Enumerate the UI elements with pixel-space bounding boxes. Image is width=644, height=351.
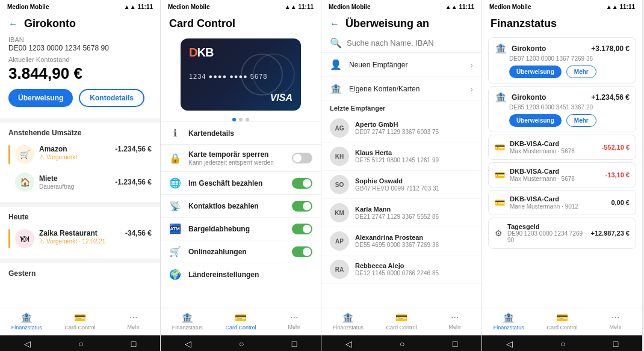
visa-card-1[interactable]: 💳 DKB-VISA-Card Max Mustermann · 5678 -5… [488,135,636,160]
nav-mehr-label-2: Mehr [288,324,300,330]
recent-sys-3[interactable]: □ [453,339,457,349]
recipient-alexandrina[interactable]: AP Alexandrina Prostean DE55 4695 0000 3… [321,227,481,255]
bottom-nav-3: 🏦 Finanzstatus 💳 Card Control ··· Mehr [321,308,481,335]
home-sys-4[interactable]: ○ [560,339,565,349]
geschaeft-toggle[interactable] [292,178,312,189]
back-sys-2[interactable]: ◁ [185,339,191,349]
nav-mehr-2[interactable]: ··· Mehr [267,308,321,335]
transfer-button-1[interactable]: Überweisung [8,89,73,107]
home-sys-1[interactable]: ○ [78,339,83,349]
nav-finanzstatus-1[interactable]: 🏦 Finanzstatus [0,308,54,335]
option-eigene-konten[interactable]: 🏦 Eigene Konten/Karten › [321,77,481,101]
nav-finanzstatus-3[interactable]: 🏦 Finanzstatus [321,308,375,335]
rebbecca-details: Rebbecca Alejo DE12 1145 0000 0766 2246 … [355,262,473,276]
account-card-2: 🏦 Girokonto +1.234,56 € DE85 1203 0000 3… [488,86,636,132]
transfer-acc-2[interactable]: Überweisung [509,114,562,127]
nav-mehr-1[interactable]: ··· Mehr [107,308,160,335]
klaus-details: Klaus Herta DE75 5121 0800 1245 1261 99 [355,149,473,163]
nav-mehr-icon-4: ··· [611,312,619,323]
section-heute: Heute [0,210,160,225]
home-sys-2[interactable]: ○ [239,339,244,349]
tx-amazon[interactable]: 🛒 Amazon ⚠ Vorgemerkt -1.234,56 € [0,141,160,168]
bank-icon-2: 🏦 [495,91,507,103]
option-kontaktlos[interactable]: 📡 Kontaktlos bezahlen [161,194,321,217]
recent-sys-1[interactable]: □ [131,339,136,349]
system-bar-2: ◁ ○ □ [161,335,321,351]
sperren-label: Karte temporär sperren [188,150,285,159]
search-bar[interactable]: 🔍 [321,34,481,53]
transfer-acc-1[interactable]: Überweisung [509,66,562,78]
sperren-toggle[interactable] [292,153,312,163]
account-iban-1: DE07 1203 0000 1367 7269 36 [509,55,630,62]
recipient-sophie[interactable]: SO Sophie Oswald GB47 REVO 0099 7112 703… [321,171,481,199]
chevron-right-icon-2: › [470,84,473,94]
kartendetails-label: Kartendetails [188,129,312,138]
time-3: ▲▲ 11:11 [445,4,474,10]
aperto-iban: DE07 2747 1129 3367 6003 75 [355,129,473,135]
back-sys-3[interactable]: ◁ [345,339,352,349]
visa-card-2[interactable]: 💳 DKB-VISA-Card Max Mustermann · 5678 -1… [488,162,636,188]
option-laender[interactable]: 🌍 Ländereinstellungen [161,263,321,285]
divider-1 [0,118,160,123]
option-online[interactable]: 🛒 Onlinezahlungen [161,240,321,263]
recent-sys-2[interactable]: □ [292,339,297,349]
tx-zaika[interactable]: 🍽 Zaika Restaurant ⚠ Vorgemerkt · 12.02.… [0,225,160,252]
miete-name: Miete [39,174,110,183]
savings-name: Tagesgeld [507,223,586,230]
more-acc-1[interactable]: Mehr [566,66,596,78]
tx-miete[interactable]: 🏠 Miete Dauerauftrag -1.234,56 € [0,168,160,196]
nav-cardcontrol-3[interactable]: 💳 Card Control [375,308,429,335]
iban-value: DE00 1203 0000 1234 5678 90 [8,44,152,52]
avatar-ap: AP [330,231,349,251]
visa-card-3[interactable]: 💳 DKB-VISA-Card Marie Mustermann · 9012 … [488,190,636,215]
back-sys-1[interactable]: ◁ [24,339,31,349]
kontaktlos-toggle[interactable] [292,201,312,212]
account-iban-2: DE85 1203 0000 3451 3367 20 [509,104,630,111]
back-sys-4[interactable]: ◁ [506,339,513,349]
back-button-3[interactable]: ← [330,19,339,29]
nav-cardcontrol-2[interactable]: 💳 Card Control [214,308,268,335]
recent-sys-4[interactable]: □ [613,339,618,349]
home-sys-3[interactable]: ○ [400,339,404,349]
nav-cardcontrol-4[interactable]: 💳 Card Control [536,308,589,335]
neuer-empfanger-label: Neuen Empfänger [349,61,407,69]
nav-mehr-3[interactable]: ··· Mehr [428,308,481,335]
nav-finanzstatus-label-1: Finanzstatus [11,325,42,331]
option-geschaeft[interactable]: 🌐 Im Geschäft bezahlen [161,171,321,194]
recipient-rebbecca[interactable]: RA Rebbecca Alejo DE12 1145 0000 0766 22… [321,255,481,284]
nav-finanzstatus-icon-1: 🏦 [20,312,33,323]
more-acc-2[interactable]: Mehr [566,114,596,127]
sperren-sub: Kann jederzeit entsperrt werden [188,159,285,166]
details-button[interactable]: Kontodetails [79,89,144,107]
nav-finanzstatus-label-4: Finanzstatus [494,325,524,331]
recipient-klaus[interactable]: KH Klaus Herta DE75 5121 0800 1245 1261 … [321,142,481,171]
sophie-details: Sophie Oswald GB47 REVO 0099 7112 703 31 [355,177,473,192]
nav-finanzstatus-2[interactable]: 🏦 Finanzstatus [161,308,214,335]
nav-mehr-icon-2: ··· [290,312,298,323]
savings-item[interactable]: ⚙ Tagesgeld DE90 1203 0000 1234 7269 90 … [488,218,636,249]
recipient-aperto[interactable]: AG Aperto GmbH DE07 2747 1129 3367 6003 … [321,114,481,142]
nav-mehr-4[interactable]: ··· Mehr [589,308,642,335]
bargeld-toggle[interactable] [292,224,312,234]
option-neuer-empfanger[interactable]: 👤 Neuen Empfänger › [321,53,481,77]
bank-icon-1: 🏦 [495,43,507,54]
option-bargeld[interactable]: 🏧 Bargeldabhebung [161,217,321,240]
option-kartendetails[interactable]: ℹ Kartendetails [161,121,321,144]
recipient-karla[interactable]: KM Karla Mann DE21 2747 1129 3367 5552 8… [321,199,481,227]
avatar-ra: RA [330,260,349,279]
divider-gestern [0,258,160,263]
option-sperren[interactable]: 🔒 Karte temporär sperren Kann jederzeit … [161,144,321,171]
bank-icon: 🏦 [330,83,342,94]
visa-sub-3: Marie Mustermann · 9012 [510,203,606,210]
online-toggle[interactable] [292,246,312,257]
back-button-1[interactable]: ← [8,19,18,29]
nav-cardcontrol-1[interactable]: 💳 Card Control [54,308,107,335]
avatar-ag: AG [330,118,349,138]
panel-finanzstatus: Medion Mobile ▲▲ 11:11 Finanzstatus 🏦 Gi… [482,0,643,351]
carrier-4: Medion Mobile [489,4,531,10]
nav-finanzstatus-4[interactable]: 🏦 Finanzstatus [482,308,536,335]
alexandrina-details: Alexandrina Prostean DE55 4695 0000 3367… [355,234,473,248]
miete-icon: 🏠 [15,172,34,192]
chevron-right-icon-1: › [470,60,473,70]
search-input[interactable] [347,38,473,47]
